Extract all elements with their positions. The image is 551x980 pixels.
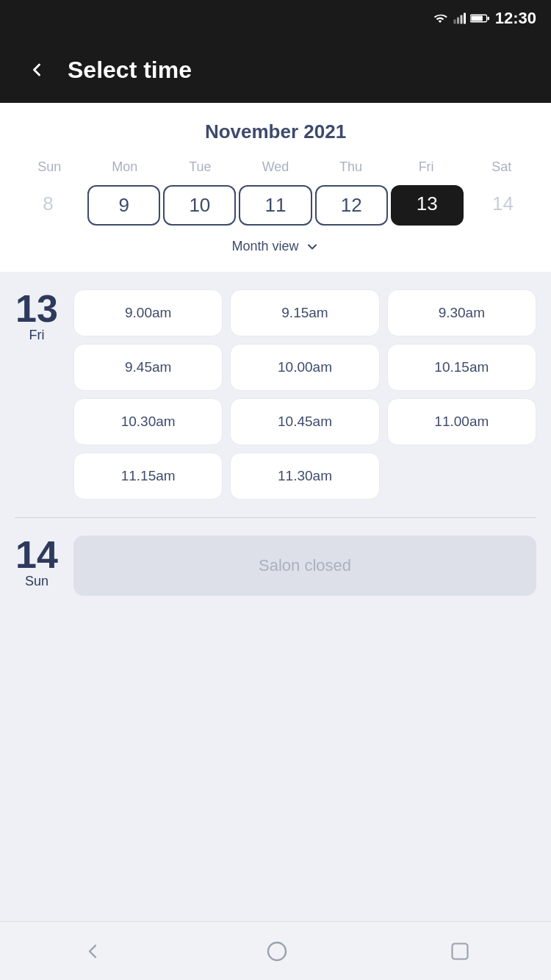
- slot-915am[interactable]: 9.15am: [230, 289, 379, 336]
- salon-closed-label: Salon closed: [259, 556, 351, 574]
- svg-rect-3: [464, 13, 466, 24]
- chevron-down-icon: [305, 239, 320, 254]
- day-9[interactable]: 9: [87, 185, 160, 226]
- slot-1045am[interactable]: 10.45am: [230, 398, 379, 445]
- nav-bar: [0, 921, 551, 980]
- weekday-sun: Sun: [12, 156, 87, 178]
- nav-home-button[interactable]: [251, 932, 303, 970]
- status-time: 12:30: [495, 9, 536, 28]
- svg-rect-6: [487, 17, 489, 20]
- status-icons: [432, 11, 489, 26]
- slots-section: 13 Fri 9.00am 9.15am 9.30am 9.45am 10.00…: [0, 272, 551, 921]
- days-row: 8 9 10 11 12 13 14: [12, 185, 539, 226]
- nav-back-button[interactable]: [66, 932, 119, 970]
- page-title: Select time: [68, 57, 192, 84]
- nav-recent-button[interactable]: [435, 934, 485, 969]
- weekday-tue: Tue: [162, 156, 238, 178]
- day-name-13: Fri: [29, 328, 45, 343]
- svg-rect-1: [457, 18, 459, 24]
- back-icon: [26, 60, 47, 80]
- svg-rect-5: [471, 16, 483, 21]
- time-grid-13: 9.00am 9.15am 9.30am 9.45am 10.00am 10.1…: [73, 289, 536, 500]
- month-view-label: Month view: [231, 239, 298, 254]
- battery-icon: [470, 13, 489, 24]
- day-14: 14: [467, 185, 539, 226]
- slot-1115am[interactable]: 11.15am: [73, 453, 223, 500]
- day-8: 8: [12, 185, 84, 226]
- slot-930am[interactable]: 9.30am: [387, 289, 536, 336]
- svg-point-7: [268, 943, 286, 960]
- status-bar: 12:30: [0, 0, 551, 37]
- nav-recent-icon: [450, 941, 470, 962]
- day-block-14: 14 Sun Salon closed: [0, 518, 551, 613]
- slot-1130am[interactable]: 11.30am: [230, 453, 379, 500]
- slot-1015am[interactable]: 10.15am: [387, 344, 536, 391]
- svg-rect-0: [453, 20, 455, 24]
- svg-rect-2: [460, 15, 462, 24]
- slot-900am[interactable]: 9.00am: [73, 289, 223, 336]
- weekday-sat: Sat: [464, 156, 539, 178]
- back-button[interactable]: [21, 54, 53, 86]
- salon-closed-block: Salon closed: [73, 536, 536, 596]
- month-view-toggle[interactable]: Month view: [12, 236, 539, 260]
- day-10[interactable]: 10: [163, 185, 236, 226]
- signal-icon: [453, 11, 466, 26]
- slot-1030am[interactable]: 10.30am: [73, 398, 223, 445]
- weekday-thu: Thu: [313, 156, 389, 178]
- day-13[interactable]: 13: [391, 185, 464, 226]
- weekday-mon: Mon: [87, 156, 163, 178]
- header: Select time: [0, 37, 551, 103]
- slot-1100am[interactable]: 11.00am: [387, 398, 536, 445]
- day-block-13: 13 Fri 9.00am 9.15am 9.30am 9.45am 10.00…: [0, 272, 551, 517]
- day-label-14: 14 Sun: [15, 536, 59, 589]
- svg-rect-8: [453, 943, 468, 959]
- calendar-section: November 2021 Sun Mon Tue Wed Thu Fri Sa…: [0, 103, 551, 272]
- day-12[interactable]: 12: [315, 185, 388, 226]
- weekdays-row: Sun Mon Tue Wed Thu Fri Sat: [12, 156, 539, 178]
- slot-1000am[interactable]: 10.00am: [230, 344, 379, 391]
- month-year-label: November 2021: [12, 120, 539, 143]
- weekday-wed: Wed: [238, 156, 314, 178]
- day-label-13: 13 Fri: [15, 289, 59, 343]
- day-11[interactable]: 11: [239, 185, 311, 226]
- wifi-icon: [432, 12, 448, 25]
- day-number-14: 14: [15, 536, 58, 574]
- day-number-13: 13: [15, 289, 58, 328]
- nav-home-icon: [265, 940, 289, 963]
- nav-back-icon: [81, 940, 104, 963]
- weekday-fri: Fri: [389, 156, 464, 178]
- slot-945am[interactable]: 9.45am: [73, 344, 223, 391]
- day-name-14: Sun: [25, 574, 48, 589]
